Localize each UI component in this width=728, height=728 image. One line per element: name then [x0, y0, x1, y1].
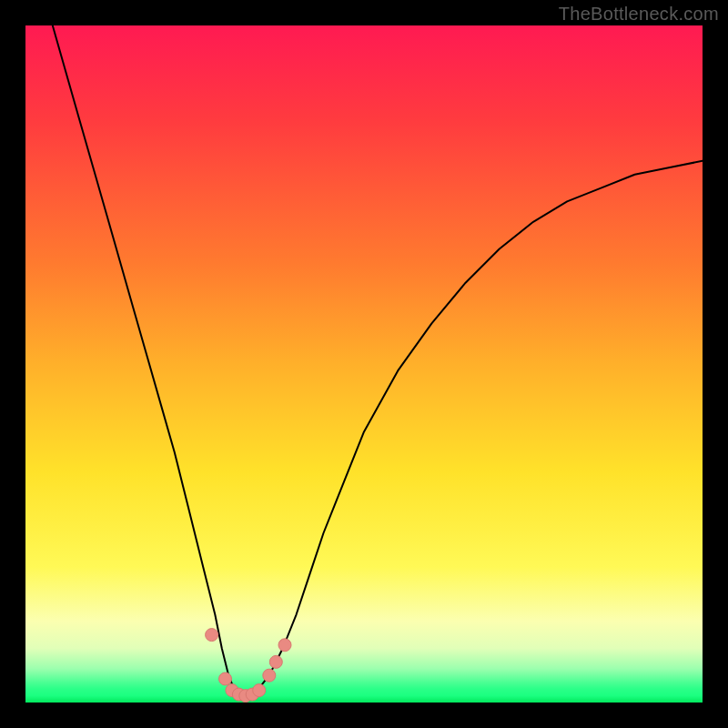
curve-marker: [263, 669, 276, 682]
bottleneck-curve: [53, 25, 703, 696]
curve-marker: [219, 672, 232, 685]
curve-marker: [278, 639, 291, 652]
curve-layer: [25, 25, 703, 703]
curve-marker: [253, 684, 266, 697]
plot-area: [25, 25, 703, 703]
attribution-text: TheBottleneck.com: [559, 4, 719, 25]
curve-marker: [206, 629, 218, 642]
chart-frame: TheBottleneck.com: [0, 0, 728, 728]
marker-group: [206, 629, 291, 703]
curve-marker: [269, 655, 282, 668]
